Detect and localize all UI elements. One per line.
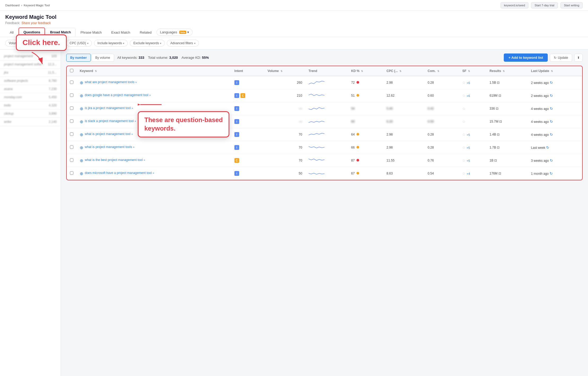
- list-item[interactable]: project management 103: [0, 52, 61, 60]
- row-checkbox[interactable]: [70, 80, 73, 84]
- breadcrumb-item: Dashboard: [5, 4, 20, 7]
- results-col-header[interactable]: Results ⇅: [486, 66, 528, 76]
- expand-keyword-btn[interactable]: ⊕: [80, 119, 83, 124]
- refresh-btn[interactable]: ↻: [550, 93, 553, 98]
- keyword-link[interactable]: what is the best project management tool: [85, 158, 143, 162]
- volume-col-header[interactable]: Volume ⇅: [264, 66, 305, 76]
- table-row: ⊕ does google have a project management …: [67, 89, 582, 102]
- intent-col-header[interactable]: Intent: [231, 66, 264, 76]
- cpc-cell: 2.98: [383, 141, 424, 154]
- breadcrumb: Dashboard › Keyword Magic Tool: [5, 4, 50, 7]
- row-checkbox[interactable]: [70, 93, 73, 97]
- refresh-btn[interactable]: ↻: [546, 145, 549, 150]
- tab-languages[interactable]: Languages beta ▾: [157, 29, 193, 36]
- expand-keyword-btn[interactable]: ⊕: [80, 106, 83, 111]
- keyword-col-label: Keyword: [80, 69, 93, 73]
- expand-keyword-btn[interactable]: ⊕: [80, 132, 83, 137]
- refresh-btn[interactable]: ↻: [550, 119, 553, 124]
- tab-related[interactable]: Related: [135, 28, 156, 37]
- keyword-link[interactable]: is jira a project management tool: [85, 106, 131, 110]
- row-checkbox[interactable]: [70, 158, 73, 162]
- select-all-checkbox[interactable]: [70, 69, 73, 72]
- trial-btn[interactable]: Start 7-day trial: [531, 2, 558, 8]
- main-content: By number By volume All keywords: 333 To…: [61, 50, 588, 376]
- list-item[interactable]: clickup 3,890: [0, 110, 61, 118]
- advanced-filters-label: Advanced filters: [170, 41, 193, 45]
- kd-filter[interactable]: KD % ▾: [27, 40, 45, 47]
- row-checkbox[interactable]: [70, 145, 73, 149]
- keyword-link[interactable]: does microsoft have a project management…: [85, 171, 152, 175]
- row-checkbox[interactable]: [70, 119, 73, 123]
- list-item[interactable]: software projects 8,760: [0, 77, 61, 85]
- table-row: ⊕ what is project management tool » I: [67, 128, 582, 141]
- view-by-volume-btn[interactable]: By volume: [91, 54, 114, 62]
- last-update-col-header[interactable]: Last Update ⇅: [528, 66, 582, 76]
- refresh-btn[interactable]: ↻: [550, 158, 553, 163]
- sort-icon: ⇅: [503, 70, 505, 73]
- list-item[interactable]: jira 11,5...: [0, 69, 61, 77]
- star-btn[interactable]: ☆: [462, 132, 466, 137]
- refresh-btn[interactable]: ↻: [550, 171, 553, 176]
- tab-broad-match[interactable]: Broad Match: [46, 28, 75, 37]
- feedback-link[interactable]: Share your feedback: [21, 21, 51, 25]
- keyword-link[interactable]: what are project management tools: [85, 80, 134, 84]
- tab-questions[interactable]: Questions: [19, 28, 45, 37]
- star-btn[interactable]: ☆: [462, 158, 466, 163]
- expand-keyword-btn[interactable]: ⊕: [80, 158, 83, 163]
- cpc-col-header[interactable]: CPC (... ⇅: [383, 66, 424, 76]
- view-by-number-btn[interactable]: By number: [66, 54, 91, 62]
- com-col-header[interactable]: Com. ⇅: [425, 66, 459, 76]
- advanced-filters[interactable]: Advanced filters ▾: [167, 40, 199, 47]
- expand-keyword-btn[interactable]: ⊕: [80, 171, 83, 176]
- keyword-link[interactable]: what is project management tools: [85, 145, 132, 149]
- tab-phrase-match[interactable]: Phrase Match: [76, 28, 106, 37]
- results-cell: 1B ⊡: [486, 154, 528, 167]
- list-item[interactable]: wrike 2,140: [0, 118, 61, 126]
- refresh-btn[interactable]: ↻: [550, 106, 553, 111]
- row-checkbox[interactable]: [70, 132, 73, 136]
- tab-all[interactable]: All: [5, 28, 18, 37]
- sidebar-count: 4,320: [49, 104, 57, 107]
- star-btn[interactable]: ☆: [462, 106, 466, 111]
- keyword-link[interactable]: is slack a project management tool: [85, 119, 134, 123]
- sidebar-keyword: trello: [4, 104, 11, 107]
- tab-exact-match[interactable]: Exact Match: [107, 28, 135, 37]
- keyword-link[interactable]: does google have a project management to…: [85, 93, 148, 97]
- results-icon: ⊡: [497, 146, 500, 149]
- update-btn[interactable]: ↻ Update: [550, 54, 572, 62]
- expand-keyword-btn[interactable]: ⊕: [80, 145, 83, 150]
- star-btn[interactable]: ☆: [462, 145, 466, 150]
- star-btn[interactable]: ☆: [462, 119, 466, 124]
- seed-url-btn[interactable]: keyword.io/seed: [501, 2, 529, 8]
- cpc-cell: 11.55: [383, 154, 424, 167]
- arrow-icon: »: [135, 81, 137, 84]
- intent-filter[interactable]: Intent ▾: [47, 40, 64, 47]
- list-item[interactable]: project management softw... 12,3...: [0, 60, 61, 69]
- refresh-btn[interactable]: ↻: [550, 80, 553, 85]
- list-item[interactable]: trello 4,320: [0, 101, 61, 110]
- export-btn[interactable]: ⬆: [574, 54, 583, 62]
- trend-col-header[interactable]: Trend: [305, 66, 348, 76]
- sf-col-header[interactable]: SF ⇅: [459, 66, 486, 76]
- refresh-btn[interactable]: ↻: [550, 132, 553, 137]
- keyword-link[interactable]: what is project management tool: [85, 132, 131, 136]
- keyword-col-header[interactable]: Keyword ⇅: [77, 66, 231, 76]
- star-btn[interactable]: ☆: [462, 93, 466, 98]
- exclude-keywords-filter[interactable]: Exclude keywords ▾: [130, 40, 165, 47]
- row-checkbox-cell: [67, 154, 77, 167]
- row-checkbox[interactable]: [70, 171, 73, 175]
- start-writing-btn[interactable]: Start writing: [560, 2, 583, 8]
- row-checkbox[interactable]: [70, 106, 73, 110]
- add-to-keyword-list-btn[interactable]: + Add to keyword list: [504, 53, 548, 62]
- list-item[interactable]: monday.com 5,450: [0, 93, 61, 101]
- expand-keyword-btn[interactable]: ⊕: [80, 93, 83, 98]
- volume-filter[interactable]: Volume ▾: [5, 40, 25, 47]
- include-keywords-filter[interactable]: Include keywords ▾: [94, 40, 128, 47]
- star-btn[interactable]: ☆: [462, 171, 466, 176]
- kd-col-header[interactable]: KD % ⇅: [348, 66, 384, 76]
- expand-keyword-btn[interactable]: ⊕: [80, 80, 83, 85]
- kd-cell blur-text: 54: [348, 102, 384, 115]
- list-item[interactable]: asana 7,230: [0, 85, 61, 93]
- cpc-filter[interactable]: CPC (USD) ▾: [66, 40, 92, 47]
- star-btn[interactable]: ☆: [462, 80, 466, 85]
